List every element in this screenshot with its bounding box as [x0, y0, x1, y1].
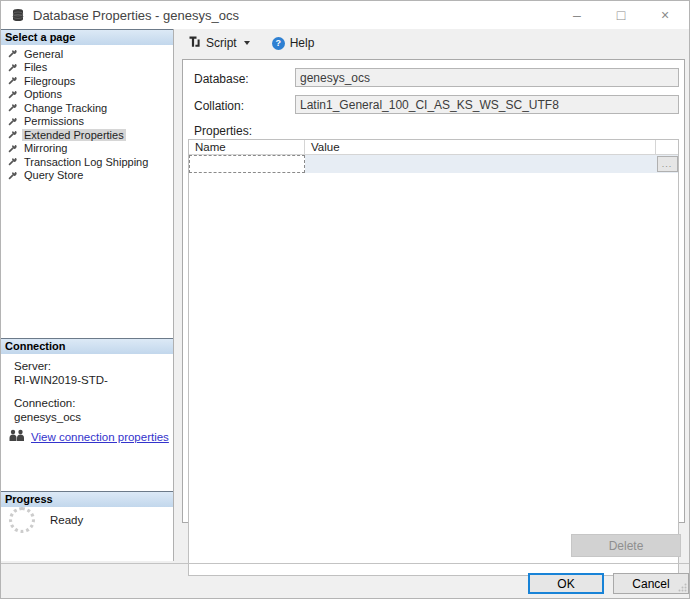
grid-header-row: Name Value [189, 140, 678, 155]
sidebar-item-label: Files [22, 61, 49, 73]
sidebar-item-label: Query Store [22, 169, 85, 181]
script-icon [188, 34, 201, 52]
database-properties-dialog: Database Properties - genesys_ocs – □ × … [0, 0, 690, 599]
maximize-button[interactable]: □ [599, 1, 643, 29]
server-value: RI-WIN2019-STD- [14, 373, 169, 387]
window-title: Database Properties - genesys_ocs [33, 8, 239, 23]
view-connection-properties-link[interactable]: View connection properties [31, 431, 169, 443]
connection-value: genesys_ocs [14, 410, 169, 424]
sidebar-item-options[interactable]: Options [1, 88, 173, 102]
sidebar-item-change-tracking[interactable]: Change Tracking [1, 101, 173, 115]
help-label: Help [290, 36, 315, 50]
wrench-icon [8, 130, 17, 139]
connection-label: Connection: [14, 396, 169, 410]
extended-properties-page: Database: Collation: Properties: Name Va… [182, 59, 685, 523]
sidebar-item-filegroups[interactable]: Filegroups [1, 74, 173, 88]
select-a-page-header: Select a page [1, 29, 173, 45]
sidebar-item-label: Extended Properties [22, 129, 126, 141]
footer-divider [1, 563, 689, 564]
minimize-button[interactable]: – [555, 1, 599, 29]
database-icon [11, 8, 25, 22]
window-controls: – □ × [555, 1, 687, 29]
view-connection-properties-row: View connection properties [8, 428, 169, 446]
grid-column-actions [656, 140, 678, 154]
script-button[interactable]: Script [184, 32, 254, 54]
sidebar-item-label: Options [22, 88, 64, 100]
sidebar-item-label: Mirroring [22, 142, 69, 154]
grid-row: ... [189, 155, 678, 173]
wrench-icon [8, 76, 17, 85]
sidebar-item-transaction-log-shipping[interactable]: Transaction Log Shipping [1, 155, 173, 169]
wrench-icon [8, 171, 17, 180]
wrench-icon [8, 103, 17, 112]
toolbar: Script ? Help [174, 29, 689, 57]
sidebar-item-label: Change Tracking [22, 102, 109, 114]
close-button[interactable]: × [643, 1, 687, 29]
progress-status: Ready [50, 514, 83, 526]
wrench-icon [8, 63, 17, 72]
sidebar-item-extended-properties[interactable]: Extended Properties [1, 128, 173, 142]
collation-label: Collation: [194, 99, 244, 113]
help-button[interactable]: ? Help [268, 34, 319, 52]
script-label: Script [206, 36, 237, 50]
script-dropdown-caret-icon[interactable] [244, 41, 250, 45]
server-label: Server: [14, 359, 169, 373]
ellipsis-button[interactable]: ... [657, 156, 678, 172]
connection-header: Connection [1, 338, 173, 354]
grid-cell-value[interactable] [305, 155, 656, 173]
connection-info: Server: RI-WIN2019-STD- Connection: gene… [14, 359, 169, 433]
sidebar-item-permissions[interactable]: Permissions [1, 115, 173, 129]
help-icon: ? [272, 37, 285, 50]
sidebar-item-files[interactable]: Files [1, 61, 173, 75]
progress-status-row: Ready [9, 507, 83, 533]
grid-column-value[interactable]: Value [305, 140, 656, 154]
wrench-icon [8, 157, 17, 166]
wrench-icon [8, 144, 17, 153]
properties-label: Properties: [194, 124, 252, 138]
delete-button[interactable]: Delete [571, 534, 681, 557]
wrench-icon [8, 90, 17, 99]
sidebar-item-query-store[interactable]: Query Store [1, 169, 173, 183]
grid-cell-name[interactable] [189, 155, 305, 173]
page-list: General Files Filegroups Options Change … [1, 47, 173, 182]
sidebar-item-label: Filegroups [22, 75, 77, 87]
grid-cell-actions: ... [656, 155, 678, 173]
collation-field[interactable] [295, 95, 679, 114]
progress-header: Progress [1, 491, 173, 507]
sidebar-item-general[interactable]: General [1, 47, 173, 61]
sidebar-item-label: Permissions [22, 115, 86, 127]
sidebar-item-label: General [22, 48, 65, 60]
database-label: Database: [194, 72, 249, 86]
ok-button[interactable]: OK [528, 573, 604, 594]
resize-grip[interactable] [678, 578, 687, 596]
progress-spinner-icon [9, 507, 35, 533]
sidebar-item-label: Transaction Log Shipping [22, 156, 150, 168]
database-field[interactable] [295, 68, 679, 87]
wrench-icon [8, 117, 17, 126]
title-bar: Database Properties - genesys_ocs – □ × [1, 1, 689, 29]
sidebar: Select a page General Files Filegroups O… [1, 29, 174, 561]
sidebar-item-mirroring[interactable]: Mirroring [1, 142, 173, 156]
wrench-icon [8, 49, 17, 58]
properties-grid: Name Value ... [188, 139, 679, 576]
grid-column-name[interactable]: Name [189, 140, 305, 154]
connection-properties-icon [8, 428, 26, 446]
